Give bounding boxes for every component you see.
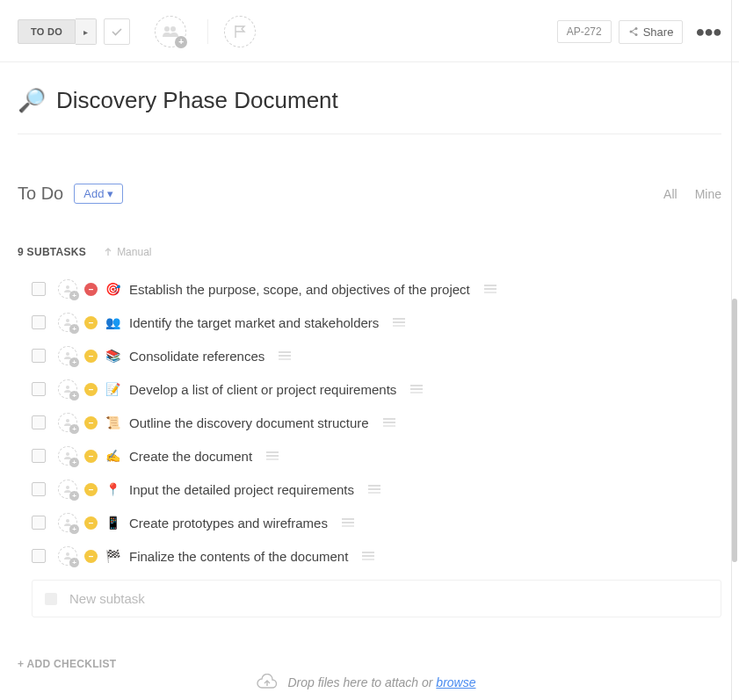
- subtask-assignee-picker[interactable]: +: [58, 346, 77, 365]
- attachment-dropzone[interactable]: Drop files here to attach or browse: [0, 674, 732, 691]
- svg-point-11: [66, 486, 69, 489]
- subtask-assignee-picker[interactable]: +: [58, 379, 77, 399]
- subtask-emoji-icon: 📚: [105, 349, 120, 363]
- subtask-title[interactable]: Identify the target market and stakehold…: [129, 315, 379, 330]
- subtask-row[interactable]: +–👥Identify the target market and stakeh…: [32, 306, 721, 339]
- assignee-picker[interactable]: +: [155, 16, 186, 47]
- subtask-assignee-picker[interactable]: +: [58, 313, 77, 332]
- description-indicator-icon: [368, 485, 380, 494]
- subtask-checkbox[interactable]: [32, 382, 46, 396]
- subtask-list: +–🎯Establish the purpose, scope, and obj…: [18, 272, 721, 573]
- subtask-assignee-picker[interactable]: +: [58, 446, 77, 465]
- flag-icon: [234, 25, 246, 39]
- new-subtask-input[interactable]: [69, 591, 708, 606]
- filter-all[interactable]: All: [663, 187, 677, 201]
- svg-point-1: [170, 26, 176, 32]
- add-subtask-button[interactable]: Add ▾: [74, 184, 123, 204]
- subtask-checkbox[interactable]: [32, 282, 46, 296]
- subtask-emoji-icon: 📱: [105, 516, 120, 530]
- priority-flag-icon[interactable]: –: [84, 550, 98, 563]
- status-selector[interactable]: TO DO ▸: [18, 18, 97, 45]
- subtask-row[interactable]: +–📚Consolidate references: [32, 339, 721, 372]
- subtask-emoji-icon: 🏁: [105, 549, 120, 563]
- priority-flag-icon[interactable]: –: [84, 316, 98, 329]
- subtask-title[interactable]: Create the document: [129, 449, 252, 464]
- subtask-checkbox[interactable]: [32, 549, 46, 563]
- flag-picker[interactable]: [224, 16, 256, 47]
- toolbar-divider: [207, 19, 208, 44]
- subtask-assignee-picker[interactable]: +: [58, 279, 77, 299]
- subtask-row[interactable]: +–🏁Finalize the contents of the document: [32, 539, 721, 573]
- svg-point-9: [66, 419, 69, 422]
- subtask-title[interactable]: Develop a list of client or project requ…: [129, 382, 396, 397]
- priority-flag-icon[interactable]: –: [84, 450, 98, 463]
- subtask-title[interactable]: Consolidate references: [129, 349, 264, 364]
- sort-mode[interactable]: Manual: [104, 246, 151, 258]
- filter-mine[interactable]: Mine: [695, 187, 721, 201]
- subtask-row[interactable]: +–📜Outline the discovery document struct…: [32, 406, 721, 439]
- description-indicator-icon: [362, 552, 374, 560]
- section-title: To Do: [18, 184, 63, 204]
- subtask-row[interactable]: +–📱Create prototypes and wireframes: [32, 506, 721, 539]
- subtask-emoji-icon: 📜: [105, 415, 120, 429]
- subtask-checkbox[interactable]: [32, 415, 46, 429]
- subtask-assignee-picker[interactable]: +: [58, 513, 77, 532]
- subtask-checkbox[interactable]: [32, 349, 46, 363]
- plus-badge-icon: +: [69, 491, 79, 501]
- subtask-assignee-picker[interactable]: +: [58, 413, 77, 432]
- status-button[interactable]: TO DO: [18, 19, 76, 44]
- subtask-emoji-icon: ✍️: [105, 449, 120, 463]
- subtask-row[interactable]: +–📍Input the detailed project requiremen…: [32, 473, 721, 506]
- subtask-row[interactable]: +–🎯Establish the purpose, scope, and obj…: [32, 272, 721, 306]
- description-indicator-icon: [266, 451, 279, 460]
- cloud-upload-icon: [256, 674, 279, 691]
- description-indicator-icon: [342, 518, 354, 527]
- task-title[interactable]: Discovery Phase Document: [56, 87, 338, 114]
- subtask-emoji-icon: 📍: [105, 482, 120, 496]
- arrow-up-icon: [104, 248, 112, 256]
- mark-complete-button[interactable]: [104, 18, 130, 45]
- subtask-title[interactable]: Input the detailed project requirements: [129, 482, 354, 497]
- share-button[interactable]: Share: [619, 20, 684, 44]
- plus-badge-icon: +: [69, 424, 79, 434]
- subtask-title[interactable]: Create prototypes and wireframes: [129, 516, 328, 530]
- subtask-title[interactable]: Establish the purpose, scope, and object…: [129, 282, 470, 297]
- new-subtask-row[interactable]: [32, 580, 721, 617]
- title-emoji-icon: 🔎: [18, 87, 46, 114]
- subtask-assignee-picker[interactable]: +: [58, 546, 77, 566]
- svg-point-10: [66, 452, 69, 456]
- subtask-title[interactable]: Finalize the contents of the document: [129, 549, 348, 564]
- ticket-id[interactable]: AP-272: [557, 20, 612, 43]
- status-caret[interactable]: ▸: [76, 18, 97, 45]
- priority-flag-icon[interactable]: –: [84, 516, 98, 530]
- subtask-checkbox[interactable]: [32, 482, 46, 496]
- share-icon: [628, 26, 639, 37]
- subtask-checkbox[interactable]: [32, 449, 46, 463]
- subtask-checkbox[interactable]: [32, 315, 46, 329]
- subtask-row[interactable]: +–📝Develop a list of client or project r…: [32, 372, 721, 406]
- dropzone-browse-link[interactable]: browse: [436, 675, 475, 689]
- scrollbar-thumb[interactable]: [732, 299, 737, 562]
- more-menu-button[interactable]: ●●●: [695, 23, 721, 41]
- priority-flag-icon[interactable]: –: [84, 483, 98, 496]
- priority-flag-icon[interactable]: –: [84, 350, 98, 363]
- subtask-emoji-icon: 👥: [105, 315, 120, 329]
- add-checklist-button[interactable]: + ADD CHECKLIST: [18, 658, 721, 670]
- toolbar: TO DO ▸ + AP-272 Share ●●●: [0, 0, 739, 62]
- svg-point-12: [66, 519, 69, 523]
- description-indicator-icon: [393, 318, 405, 327]
- sort-label-text: Manual: [117, 246, 151, 258]
- subtask-checkbox[interactable]: [32, 516, 46, 530]
- priority-flag-icon[interactable]: –: [84, 383, 98, 396]
- subtask-row[interactable]: +–✍️Create the document: [32, 439, 721, 473]
- plus-badge-icon: +: [69, 558, 79, 567]
- priority-flag-icon[interactable]: –: [84, 416, 98, 429]
- description-indicator-icon: [279, 351, 291, 360]
- subtask-emoji-icon: 🎯: [105, 282, 120, 296]
- svg-point-8: [66, 386, 69, 389]
- priority-flag-icon[interactable]: –: [84, 283, 98, 296]
- add-badge-icon: +: [175, 36, 187, 48]
- subtask-title[interactable]: Outline the discovery document structure: [129, 415, 369, 430]
- subtask-assignee-picker[interactable]: +: [58, 480, 77, 499]
- plus-badge-icon: +: [69, 291, 79, 300]
